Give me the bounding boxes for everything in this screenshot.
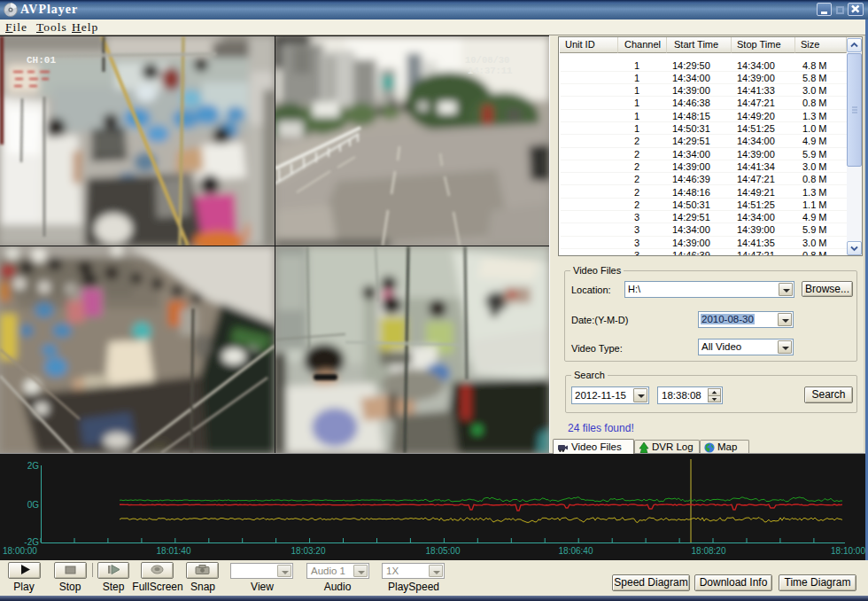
svg-text:18:10:00: 18:10:00	[831, 546, 865, 556]
svg-text:18:03:20: 18:03:20	[291, 546, 326, 556]
svg-text:18:06:40: 18:06:40	[559, 546, 593, 556]
svg-text:0G: 0G	[27, 500, 40, 510]
svg-text:18:01:40: 18:01:40	[157, 546, 191, 556]
svg-text:14:37:11: 14:37:11	[468, 66, 512, 76]
svg-text:18:05:00: 18:05:00	[426, 546, 461, 556]
svg-text:2G: 2G	[27, 461, 40, 471]
svg-text:CH:01: CH:01	[27, 55, 56, 66]
svg-text:10/08/30: 10/08/30	[465, 55, 509, 66]
svg-text:18:00:00: 18:00:00	[3, 546, 37, 556]
svg-text:18:08:20: 18:08:20	[692, 546, 726, 556]
